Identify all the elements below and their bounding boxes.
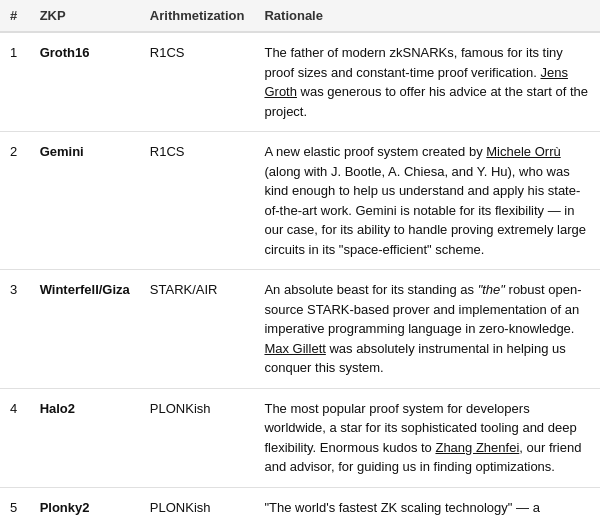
rationale-text: "The world's fastest ZK scaling technolo… [264, 500, 555, 522]
cell-num: 1 [0, 32, 30, 132]
cell-arith: PLONKish [140, 487, 255, 521]
cell-zkp: Halo2 [30, 388, 140, 487]
cell-num: 4 [0, 388, 30, 487]
cell-arith: PLONKish [140, 388, 255, 487]
cell-rationale: The father of modern zkSNARKs, famous fo… [254, 32, 600, 132]
table-header-row: # ZKP Arithmetization Rationale [0, 0, 600, 32]
rationale-text: Zhang Zhenfei [435, 440, 519, 455]
cell-num: 2 [0, 132, 30, 270]
table-row: 4Halo2PLONKishThe most popular proof sys… [0, 388, 600, 487]
cell-arith: R1CS [140, 32, 255, 132]
rationale-text: An absolute beast for its standing as [264, 282, 477, 297]
table-row: 5Plonky2PLONKish"The world's fastest ZK … [0, 487, 600, 521]
cell-rationale: A new elastic proof system created by Mi… [254, 132, 600, 270]
header-arith: Arithmetization [140, 0, 255, 32]
table-row: 3Winterfell/GizaSTARK/AIRAn absolute bea… [0, 270, 600, 389]
cell-arith: R1CS [140, 132, 255, 270]
cell-num: 3 [0, 270, 30, 389]
table-row: 2GeminiR1CSA new elastic proof system cr… [0, 132, 600, 270]
cell-zkp: Plonky2 [30, 487, 140, 521]
rationale-text: A new elastic proof system created by [264, 144, 486, 159]
main-table: # ZKP Arithmetization Rationale 1Groth16… [0, 0, 600, 521]
cell-arith: STARK/AIR [140, 270, 255, 389]
cell-rationale: "The world's fastest ZK scaling technolo… [254, 487, 600, 521]
rationale-text: "the" [478, 282, 505, 297]
rationale-text: Max Gillett [264, 341, 325, 356]
table-row: 1Groth16R1CSThe father of modern zkSNARK… [0, 32, 600, 132]
rationale-text: The father of modern zkSNARKs, famous fo… [264, 45, 562, 80]
cell-zkp: Gemini [30, 132, 140, 270]
header-zkp: ZKP [30, 0, 140, 32]
header-num: # [0, 0, 30, 32]
rationale-text: was generous to offer his advice at the … [264, 84, 588, 119]
cell-rationale: The most popular proof system for develo… [254, 388, 600, 487]
rationale-text: (along with J. Bootle, A. Chiesa, and Y.… [264, 164, 586, 257]
cell-num: 5 [0, 487, 30, 521]
cell-zkp: Groth16 [30, 32, 140, 132]
header-rationale: Rationale [254, 0, 600, 32]
rationale-text: Michele Orrù [486, 144, 560, 159]
cell-rationale: An absolute beast for its standing as "t… [254, 270, 600, 389]
cell-zkp: Winterfell/Giza [30, 270, 140, 389]
